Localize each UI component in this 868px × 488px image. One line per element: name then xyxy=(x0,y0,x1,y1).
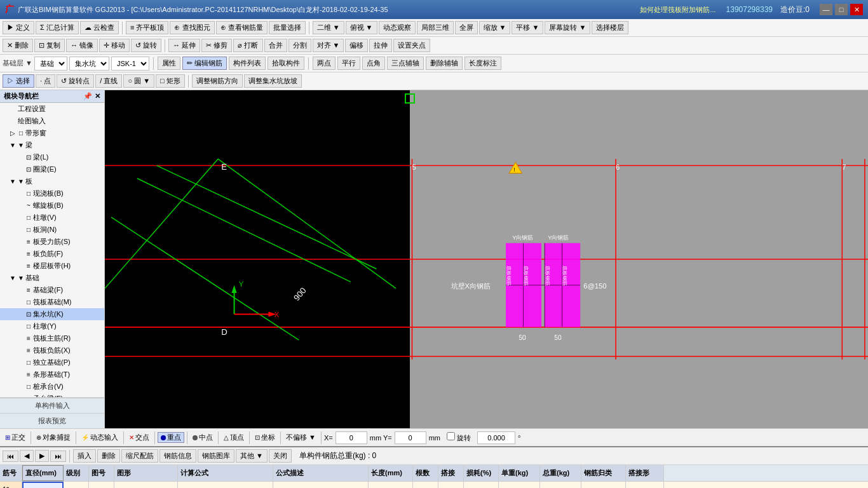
sidebar-tree-item-8[interactable]: ~螺旋板(B) xyxy=(0,200,104,212)
tb-define[interactable]: ▶ 定义 xyxy=(3,21,34,34)
rotate-checkbox[interactable] xyxy=(447,432,455,440)
tb-pan[interactable]: 平移 ▼ xyxy=(512,21,543,34)
tb-merge[interactable]: 合并 xyxy=(264,39,287,52)
rebar-library-btn[interactable]: 钢筋图库 xyxy=(198,449,234,463)
tb-move[interactable]: ✛ 移动 xyxy=(99,39,130,52)
tb-element-list[interactable]: 构件列表 xyxy=(229,57,266,70)
tb-parallel[interactable]: 平行 xyxy=(337,57,360,70)
sidebar-tree-item-3[interactable]: ▼▼梁 xyxy=(0,139,104,151)
snap-center[interactable]: 中点 xyxy=(190,433,215,442)
sidebar-pin-icon[interactable]: 📌 xyxy=(83,92,92,100)
tb-circle-tool[interactable]: ○ 圆 ▼ xyxy=(123,74,154,88)
tb-align-top[interactable]: ≡ 齐平板顶 xyxy=(126,21,168,34)
tb-delete[interactable]: ✕ 删除 xyxy=(3,39,33,52)
rebar-close-btn[interactable]: 关闭 xyxy=(269,449,292,463)
sidebar-tree-item-6[interactable]: ▼▼板 xyxy=(0,175,104,187)
type-select[interactable]: 集水坑 xyxy=(69,57,109,71)
tb-line-tool[interactable]: / 直线 xyxy=(95,74,122,88)
rebar-prev-btn[interactable]: ◀ xyxy=(20,450,34,462)
tb-screen-rotate[interactable]: 屏幕旋转 ▼ xyxy=(545,21,590,34)
tb-three-point[interactable]: 三点辅轴 xyxy=(387,57,424,70)
sidebar-tree-item-19[interactable]: ≡筏板主筋(R) xyxy=(0,332,104,344)
sidebar-tree-item-2[interactable]: ▷□带形窗 xyxy=(0,127,104,139)
rebar-delete-btn[interactable]: 删除 xyxy=(97,449,120,463)
cell-diameter[interactable] xyxy=(22,482,64,488)
sidebar-tree-item-21[interactable]: □独立基础(P) xyxy=(0,356,104,369)
rebar-next-btn[interactable]: ▶ xyxy=(35,450,49,462)
sidebar-tree-item-12[interactable]: ≡板负筋(F) xyxy=(0,248,104,260)
sidebar-tree-item-20[interactable]: ≡筏板负筋(X) xyxy=(0,344,104,356)
tb-trim[interactable]: ✂ 修剪 xyxy=(201,39,232,52)
tb-view-rebar[interactable]: ⊕ 查看钢筋量 xyxy=(216,21,268,34)
single-element-input-btn[interactable]: 单构件输入 xyxy=(0,398,104,413)
maximize-button[interactable]: □ xyxy=(835,4,848,15)
snap-no-offset[interactable]: 不偏移 ▼ xyxy=(283,433,318,442)
tb-top-view[interactable]: 俯视 ▼ xyxy=(346,21,377,34)
rebar-first-btn[interactable]: ⏮ xyxy=(3,451,18,462)
sidebar-tree-item-24[interactable]: ≡承台梁(F) xyxy=(0,393,104,397)
tb-cloud-check[interactable]: ☁ 云检查 xyxy=(80,21,119,34)
rebar-info-btn[interactable]: 钢筋信息 xyxy=(159,449,196,463)
tb-extend[interactable]: ↔ 延伸 xyxy=(168,39,200,52)
snap-intersection[interactable]: ✕ 交点 xyxy=(126,433,152,442)
sidebar-tree-item-16[interactable]: □筏板基础(M) xyxy=(0,296,104,308)
tb-adjust-pit-slope[interactable]: 调整集水坑放坡 xyxy=(244,74,302,88)
tb-local-3d[interactable]: 局部三维 xyxy=(417,21,454,34)
snap-object-capture[interactable]: ⊕ 对象捕捉 xyxy=(34,433,73,442)
report-preview-btn[interactable]: 报表预览 xyxy=(0,413,104,428)
sidebar-tree-item-4[interactable]: ⊡梁(L) xyxy=(0,151,104,163)
sidebar-tree-item-9[interactable]: □柱墩(V) xyxy=(0,212,104,224)
x-coord-input[interactable] xyxy=(336,431,367,444)
tb-adjust-rebar-dir[interactable]: 调整钢筋方向 xyxy=(192,74,243,88)
table-row[interactable]: 1* xyxy=(0,482,868,488)
rebar-insert-btn[interactable]: 插入 xyxy=(73,449,96,463)
tb-copy[interactable]: ⊡ 复制 xyxy=(34,39,65,52)
tb-calc[interactable]: Σ 汇总计算 xyxy=(36,21,79,34)
tb-rotate-point[interactable]: ↺ 旋转点 xyxy=(57,74,94,88)
sidebar-close-icon[interactable]: ✕ xyxy=(95,92,100,100)
tb-2d[interactable]: 二维 ▼ xyxy=(313,21,344,34)
tb-break[interactable]: ⌀ 打断 xyxy=(233,39,262,52)
tb-stretch[interactable]: 拉伸 xyxy=(369,39,392,52)
snap-vertex[interactable]: △ 顶点 xyxy=(221,433,247,442)
tb-split[interactable]: 分割 xyxy=(288,39,311,52)
sidebar-tree-item-1[interactable]: 绘图输入 xyxy=(0,115,104,127)
tb-point-angle[interactable]: 点角 xyxy=(362,57,385,70)
snap-midpoint-active[interactable]: 重点 xyxy=(158,432,184,443)
sidebar-tree-item-15[interactable]: ≡基础梁(F) xyxy=(0,284,104,296)
tb-point-tool[interactable]: · 点 xyxy=(36,74,55,88)
rotate-input[interactable] xyxy=(477,431,515,444)
rebar-scale-btn[interactable]: 缩尺配筋 xyxy=(121,449,158,463)
tb-batch-select[interactable]: 批量选择 xyxy=(269,21,306,34)
element-select[interactable]: JSK-1 xyxy=(111,57,149,71)
snap-orthogonal[interactable]: ⊞ 正交 xyxy=(3,433,28,442)
sidebar-tree-item-5[interactable]: ⊡圈梁(E) xyxy=(0,163,104,175)
sidebar-tree-item-10[interactable]: □板洞(N) xyxy=(0,224,104,236)
close-button[interactable]: ✕ xyxy=(850,4,863,15)
tb-properties[interactable]: 属性 xyxy=(158,57,180,70)
tb-rect-tool[interactable]: □ 矩形 xyxy=(156,74,185,88)
snap-coord[interactable]: ⊡ 坐标 xyxy=(252,433,278,442)
tb-offset[interactable]: 偏移 xyxy=(345,39,368,52)
sidebar-tree-item-0[interactable]: 工程设置 xyxy=(0,103,104,115)
rebar-last-btn[interactable]: ⏭ xyxy=(50,451,66,462)
tb-select-tool[interactable]: ▷ 选择 xyxy=(3,74,34,88)
canvas-area[interactable]: Y X 900 D E 5 6 7 底板钢筋 底板钢筋 底板钢筋 底板钢筋 xyxy=(105,90,868,428)
tb-edit-rebar[interactable]: ✏ 编辑钢筋 xyxy=(182,57,227,70)
tb-align[interactable]: 对齐 ▼ xyxy=(313,39,344,52)
snap-dynamic-input[interactable]: ⚡ 动态输入 xyxy=(79,433,121,442)
sidebar-tree-item-18[interactable]: □柱墩(Y) xyxy=(0,320,104,332)
layer-select[interactable]: 基础 xyxy=(34,57,67,71)
sidebar-tree-item-23[interactable]: □桩承台(V) xyxy=(0,381,104,393)
sidebar-tree-item-14[interactable]: ▼▼基础 xyxy=(0,272,104,284)
sidebar-tree-item-7[interactable]: □现浇板(B) xyxy=(0,187,104,200)
tb-length-dim[interactable]: 长度标注 xyxy=(465,57,501,70)
tb-dynamic-obs[interactable]: 动态观察 xyxy=(379,21,416,34)
tb-two-point[interactable]: 两点 xyxy=(313,57,336,70)
tb-delete-aux[interactable]: 删除辅轴 xyxy=(426,57,463,70)
minimize-button[interactable]: — xyxy=(820,4,832,15)
info-link[interactable]: 如何处理筏板附加钢筋... xyxy=(640,5,715,15)
sidebar-tree-item-22[interactable]: ≡条形基础(T) xyxy=(0,369,104,381)
tb-select-floor[interactable]: 选择楼层 xyxy=(592,21,628,34)
tb-zoom[interactable]: 缩放 ▼ xyxy=(479,21,511,34)
